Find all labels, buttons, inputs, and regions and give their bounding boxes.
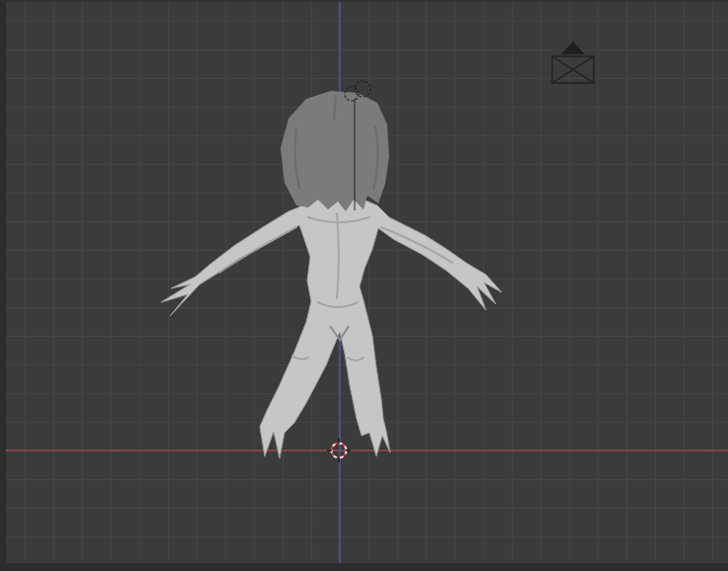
camera-icon[interactable] [552,41,594,83]
viewport-3d[interactable] [0,0,728,571]
viewport-edge-top [0,0,728,2]
creature-model[interactable] [161,91,502,458]
viewport-edge-bottom [0,563,728,571]
camera-up-triangle [561,41,585,54]
dashed-circle-large [355,81,370,97]
scene-overlay [0,0,728,571]
viewport-edge-left [0,0,6,571]
